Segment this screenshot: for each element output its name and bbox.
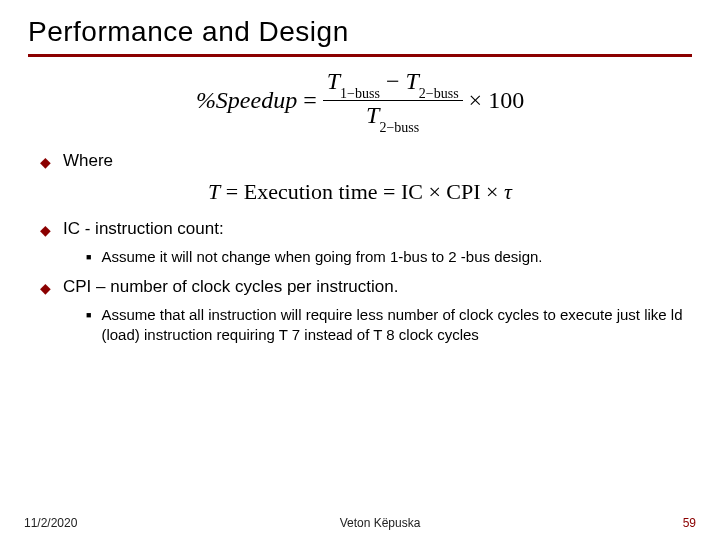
minus-sign: − [386,68,400,94]
bullet-icon: ◆ [40,277,51,299]
den-t-sub: 2−buss [379,120,419,135]
sub-bullet-text: Assume it will not change when going fro… [101,247,542,267]
bullet-icon: ◆ [40,219,51,241]
bullet-cpi: ◆ CPI – number of clock cycles per instr… [40,277,692,299]
den-t: T [366,102,379,128]
times-sign: × [469,87,483,114]
footer: 11/2/2020 Veton Këpuska 59 [0,516,720,530]
footer-page: 59 [683,516,696,530]
fraction: T1−buss − T2−buss T2−buss [323,69,463,133]
sub-bullet-cpi: ■ Assume that all instruction will requi… [86,305,692,346]
num-t1: T [327,68,340,94]
num-t2: T [405,68,418,94]
formula-t: T = Execution time = IC × CPI × τ [28,179,692,205]
sub-bullet-icon: ■ [86,305,91,325]
num-t1-sub: 1−buss [340,86,380,101]
bullet-text: Where [63,151,113,171]
footer-date: 11/2/2020 [24,516,77,530]
bullet-text: IC - instruction count: [63,219,224,239]
sub-bullet-text: Assume that all instruction will require… [101,305,692,346]
bullet-where: ◆ Where [40,151,692,173]
bullet-ic: ◆ IC - instruction count: [40,219,692,241]
bullet-text: CPI – number of clock cycles per instruc… [63,277,398,297]
hundred: 100 [488,87,524,114]
sub-bullet-ic: ■ Assume it will not change when going f… [86,247,692,267]
formula-lhs: %Speedup [196,87,297,114]
footer-author: Veton Këpuska [340,516,421,530]
title-rule [28,54,692,57]
formula-speedup: %Speedup = T1−buss − T2−buss T2−buss × 1… [28,69,692,133]
slide-title: Performance and Design [28,16,692,48]
bullet-icon: ◆ [40,151,51,173]
equals-sign: = [303,87,317,114]
num-t2-sub: 2−buss [419,86,459,101]
sub-bullet-icon: ■ [86,247,91,267]
